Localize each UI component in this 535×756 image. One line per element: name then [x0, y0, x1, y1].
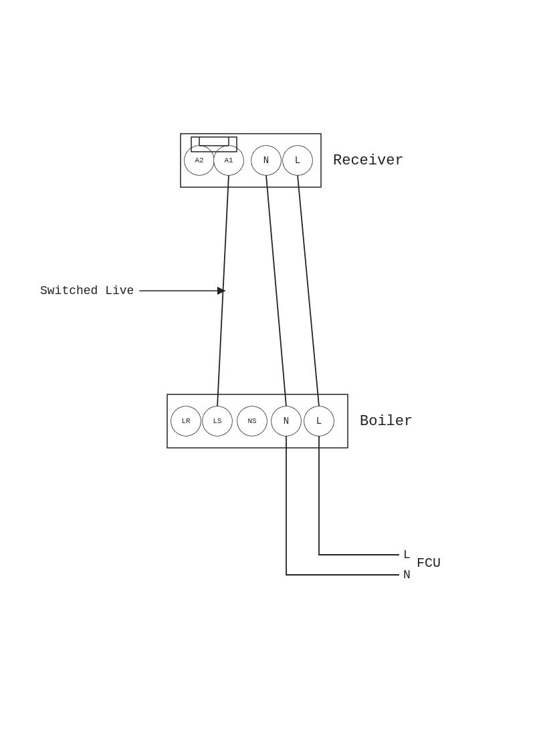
wiring-diagram	[0, 0, 535, 756]
